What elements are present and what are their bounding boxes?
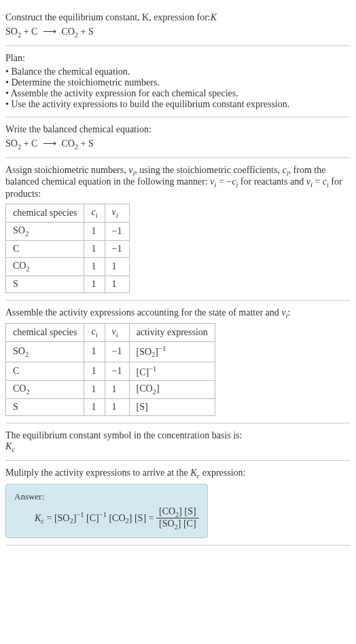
plan-item: • Determine the stoichiometric numbers.: [5, 77, 351, 88]
answer-box: Answer: Kc = [SO2]−1 [C]−1 [CO2] [S] = […: [5, 484, 208, 539]
answer-formula: Kc = [SO2]−1 [C]−1 [CO2] [S] = [CO2] [S]…: [14, 506, 199, 531]
fraction: [CO2] [S][SO2] [C]: [156, 506, 199, 531]
balanced-equation: SO2 + C ⟶ CO2 + S: [5, 138, 351, 151]
col-nu: νi: [105, 324, 129, 342]
plan-list: • Balance the chemical equation. • Deter…: [5, 67, 351, 110]
table-row: C 1 −1: [6, 240, 130, 257]
title-text: Construct the equilibrium constant, K, e…: [5, 12, 351, 23]
title-line1: Construct the equilibrium constant, K, e…: [5, 12, 211, 22]
table-row: S 1 1: [6, 276, 130, 292]
balanced-heading: Write the balanced chemical equation:: [5, 124, 351, 135]
col-species: chemical species: [6, 324, 84, 342]
balanced-section: Write the balanced chemical equation: SO…: [5, 117, 351, 158]
activity-table: chemical species ci νi activity expressi…: [5, 323, 215, 416]
stoich-section: Assign stoichiometric numbers, νi, using…: [5, 158, 351, 301]
activity-heading: Assemble the activity expressions accoun…: [5, 307, 351, 320]
title-section: Construct the equilibrium constant, K, e…: [5, 5, 351, 46]
table-row: CO2 1 1 [CO2]: [6, 381, 215, 399]
multiply-text: Mulitply the activity expressions to arr…: [5, 468, 351, 480]
arrow-icon: ⟶: [43, 26, 56, 37]
activity-section: Assemble the activity expressions accoun…: [5, 301, 351, 424]
col-c: ci: [84, 324, 105, 342]
title-equation: SO2 + C ⟶ CO2 + S: [5, 26, 351, 39]
table-row: CO2 1 1: [6, 257, 130, 276]
arrow-icon: ⟶: [43, 138, 56, 149]
table-row: C 1 −1 [C]−1: [6, 362, 215, 381]
table-header-row: chemical species ci νi activity expressi…: [6, 324, 215, 342]
table-header-row: chemical species ci νi: [6, 204, 130, 223]
stoich-table: chemical species ci νi SO2 1 −1 C 1 −1 C…: [5, 204, 130, 292]
table-row: SO2 1 −1: [6, 222, 130, 240]
plan-section: Plan: • Balance the chemical equation. •…: [5, 46, 351, 117]
plan-item: • Balance the chemical equation.: [5, 67, 351, 77]
table-row: SO2 1 −1 [SO2]−1: [6, 342, 215, 362]
col-activity: activity expression: [129, 324, 215, 342]
table-row: S 1 1 [S]: [6, 399, 215, 416]
col-nu: νi: [105, 204, 129, 223]
stoich-text: Assign stoichiometric numbers, νi, using…: [5, 165, 351, 200]
col-c: ci: [84, 204, 105, 223]
col-species: chemical species: [6, 204, 84, 223]
plan-item: • Use the activity expressions to build …: [5, 99, 351, 110]
plan-heading: Plan:: [5, 53, 351, 64]
symbol-text: The equilibrium constant symbol in the c…: [5, 430, 351, 441]
multiply-section: Mulitply the activity expressions to arr…: [5, 461, 351, 546]
plan-item: • Assemble the activity expression for e…: [5, 88, 351, 99]
answer-label: Answer:: [14, 491, 199, 502]
symbol-section: The equilibrium constant symbol in the c…: [5, 423, 351, 461]
symbol-kc: Kc: [5, 441, 351, 453]
